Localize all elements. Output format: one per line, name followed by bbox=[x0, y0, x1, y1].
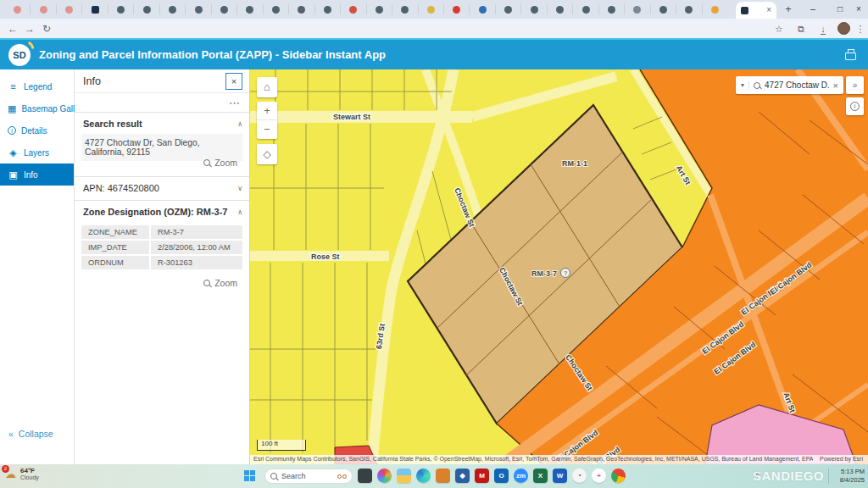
zoom-out-button[interactable]: − bbox=[257, 120, 277, 138]
browser-tab[interactable] bbox=[133, 4, 159, 14]
taskbar-clock[interactable]: 5:13 PM 8/4/2025 bbox=[840, 468, 865, 485]
reload-icon[interactable]: ↻ bbox=[39, 21, 54, 36]
taskbar-app-dell-app[interactable]: ◆ bbox=[455, 469, 470, 483]
taskbar-app-company-portal[interactable] bbox=[436, 469, 450, 483]
expand-search-button[interactable]: » bbox=[846, 76, 864, 94]
browser-tab[interactable] bbox=[676, 4, 701, 14]
browser-tab[interactable] bbox=[340, 4, 365, 14]
taskbar-app-zoom[interactable]: zm bbox=[514, 469, 528, 483]
tray-caret-icon[interactable]: ^ bbox=[756, 471, 760, 480]
tab-favicon bbox=[40, 6, 47, 14]
browser-tab[interactable] bbox=[108, 4, 133, 14]
map-info-button[interactable]: i bbox=[846, 97, 864, 115]
zone-zoom-link[interactable]: Zoom bbox=[203, 278, 237, 288]
map-search-box[interactable]: ▾ 4727 Choctaw D... × bbox=[736, 76, 843, 94]
taskbar-apps: ◆MOzmXW◔+ bbox=[358, 469, 626, 483]
zone-section-header[interactable]: Zone Designation (OZM): RM-3-7 ∧ bbox=[83, 207, 242, 217]
sidebar-item-layers[interactable]: ◈Layers bbox=[0, 141, 74, 164]
panel-menu-icon[interactable]: ⋯ bbox=[229, 97, 241, 109]
taskbar-app-people-pink[interactable]: + bbox=[592, 469, 606, 483]
map-search-value[interactable]: 4727 Choctaw D... bbox=[765, 80, 829, 90]
browser-tab[interactable] bbox=[366, 4, 392, 14]
locate-button[interactable]: ◇ bbox=[257, 144, 277, 164]
taskbar-app-file-explorer[interactable] bbox=[397, 469, 411, 483]
browser-tab[interactable] bbox=[236, 4, 262, 14]
taskbar-app-word[interactable]: W bbox=[553, 469, 567, 483]
chevron-up-icon[interactable]: ∧ bbox=[237, 208, 242, 216]
browser-tab[interactable] bbox=[314, 4, 340, 14]
start-button[interactable] bbox=[244, 470, 256, 482]
tab-favicon bbox=[349, 6, 357, 14]
bookmark-star-icon[interactable]: ☆ bbox=[771, 21, 787, 36]
clear-search-icon[interactable]: × bbox=[833, 80, 838, 91]
screenshot-icon[interactable]: ⧉ bbox=[793, 21, 809, 36]
window-minimize-button[interactable]: – bbox=[802, 0, 824, 19]
browser-tab[interactable] bbox=[469, 4, 494, 14]
browser-tab[interactable] bbox=[185, 4, 210, 14]
back-icon[interactable]: ← bbox=[5, 21, 20, 36]
sidebar-item-label: Layers bbox=[24, 148, 49, 158]
sidebar-collapse-button[interactable]: « Collapse bbox=[8, 429, 53, 439]
print-icon[interactable] bbox=[845, 53, 856, 60]
browser-tab[interactable] bbox=[650, 4, 676, 14]
browser-tab[interactable] bbox=[56, 4, 81, 14]
browser-tab[interactable] bbox=[30, 4, 55, 14]
info-icon: ▣ bbox=[8, 169, 19, 180]
profile-avatar[interactable] bbox=[837, 22, 850, 35]
active-tab[interactable]: × bbox=[736, 2, 776, 19]
browser-tab[interactable] bbox=[598, 4, 624, 14]
close-tab-icon[interactable]: × bbox=[766, 6, 771, 14]
browser-tab[interactable] bbox=[572, 4, 598, 14]
chevron-up-icon[interactable]: ∧ bbox=[237, 120, 242, 128]
apn-section-header[interactable]: APN: 4674520800 ∨ bbox=[83, 183, 242, 193]
browser-tab[interactable] bbox=[288, 4, 314, 14]
search-icon bbox=[754, 82, 760, 89]
forward-icon[interactable]: → bbox=[22, 21, 37, 36]
details-icon: i bbox=[8, 126, 16, 135]
search-result-zoom-link[interactable]: Zoom bbox=[203, 158, 237, 168]
tab-favicon bbox=[427, 6, 435, 14]
street-label-stewart: Stewart St bbox=[333, 113, 370, 121]
layers-icon: ◈ bbox=[8, 147, 19, 158]
sidebar-item-details[interactable]: iDetails bbox=[0, 119, 74, 141]
browser-tab[interactable] bbox=[392, 4, 417, 14]
taskbar-app-outlook[interactable]: O bbox=[494, 469, 509, 483]
home-button[interactable]: ⌂ bbox=[257, 77, 277, 97]
taskbar-app-chrome[interactable] bbox=[611, 469, 626, 483]
browser-tab[interactable] bbox=[5, 4, 30, 14]
taskbar-app-laptop[interactable] bbox=[358, 469, 372, 483]
browser-tab[interactable] bbox=[547, 4, 572, 14]
search-result-section-header[interactable]: Search result ∧ bbox=[83, 119, 242, 129]
browser-tab[interactable] bbox=[211, 4, 236, 14]
new-tab-button[interactable]: + bbox=[782, 3, 795, 16]
browser-tab[interactable] bbox=[702, 4, 727, 14]
taskbar-app-edge[interactable] bbox=[416, 469, 431, 483]
zoom-in-button[interactable]: + bbox=[257, 102, 277, 120]
tab-favicon bbox=[117, 6, 125, 14]
weather-widget[interactable]: ☁2 64°F Cloudy bbox=[5, 467, 39, 480]
browser-tab[interactable] bbox=[263, 4, 288, 14]
taskbar-app-excel[interactable]: X bbox=[533, 469, 548, 483]
browser-tab[interactable] bbox=[418, 4, 443, 14]
browser-tab[interactable] bbox=[81, 4, 107, 14]
browser-tab[interactable] bbox=[443, 4, 469, 14]
map-canvas[interactable]: Stewart St Rose St 63rd St Choctaw St Ch… bbox=[250, 69, 868, 464]
browser-tab[interactable] bbox=[624, 4, 649, 14]
taskbar-app-clock-widget[interactable]: ◔ bbox=[572, 469, 587, 483]
sidebar-item-legend[interactable]: ≡Legend bbox=[0, 75, 74, 97]
browser-tab[interactable] bbox=[159, 4, 185, 14]
browser-menu-icon[interactable]: ⋮ bbox=[853, 21, 868, 36]
sandiego-watermark: SANDIEGO bbox=[753, 469, 824, 483]
taskbar-app-mcafee[interactable]: M bbox=[475, 469, 489, 483]
panel-close-button[interactable]: × bbox=[225, 73, 242, 90]
sidebar-item-info[interactable]: ▣Info bbox=[0, 164, 74, 186]
download-icon[interactable]: ↓ bbox=[815, 21, 831, 36]
window-close-button[interactable]: × bbox=[848, 0, 868, 19]
search-source-dropdown-icon[interactable]: ▾ bbox=[741, 81, 749, 89]
taskbar-app-designer[interactable] bbox=[377, 469, 392, 483]
taskbar-search[interactable]: Search bbox=[264, 469, 353, 484]
browser-tab[interactable] bbox=[495, 4, 520, 14]
browser-tab[interactable] bbox=[520, 4, 546, 14]
sidebar-item-basemap-gallery[interactable]: ▦Basemap Gallery bbox=[0, 97, 74, 119]
chevron-down-icon[interactable]: ∨ bbox=[237, 185, 242, 192]
